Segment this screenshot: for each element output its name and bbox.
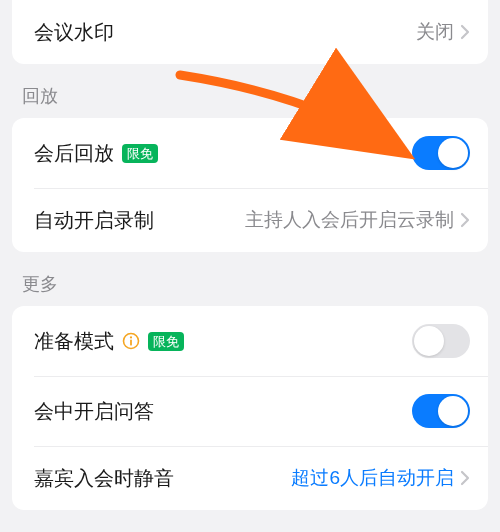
row-qa-right xyxy=(412,394,470,428)
row-auto-record-right: 主持人入会后开启云录制 xyxy=(245,207,470,233)
row-after-meeting-right xyxy=(412,136,470,170)
section-header-playback: 回放 xyxy=(0,64,500,118)
info-icon[interactable] xyxy=(122,332,140,350)
label-after-meeting-playback: 会后回放 xyxy=(34,140,114,167)
svg-rect-2 xyxy=(130,340,132,346)
toggle-prep-mode[interactable] xyxy=(412,324,470,358)
row-auto-record-left: 自动开启录制 xyxy=(34,207,154,234)
label-prep-mode: 准备模式 xyxy=(34,328,114,355)
row-watermark-right: 关闭 xyxy=(416,19,470,45)
row-prep-mode-right xyxy=(412,324,470,358)
row-after-meeting-left: 会后回放 限免 xyxy=(34,140,158,167)
value-auto-record: 主持人入会后开启云录制 xyxy=(245,207,454,233)
row-prep-mode: 准备模式 限免 xyxy=(12,306,488,376)
toggle-qa[interactable] xyxy=(412,394,470,428)
value-watermark: 关闭 xyxy=(416,19,454,45)
row-guest-mute-left: 嘉宾入会时静音 xyxy=(34,465,174,492)
label-qa: 会中开启问答 xyxy=(34,398,154,425)
chevron-right-icon xyxy=(460,470,470,486)
value-guest-mute: 超过6人后自动开启 xyxy=(291,465,454,491)
badge-free-limited: 限免 xyxy=(122,144,158,163)
row-guest-mute[interactable]: 嘉宾入会时静音 超过6人后自动开启 xyxy=(12,446,488,510)
svg-point-1 xyxy=(130,336,132,338)
group-general: 会议水印 关闭 xyxy=(12,0,488,64)
group-more: 准备模式 限免 会中开启问答 嘉宾入会时静音 超过6人后自动开启 xyxy=(12,306,488,510)
row-after-meeting-playback: 会后回放 限免 xyxy=(12,118,488,188)
group-playback: 会后回放 限免 自动开启录制 主持人入会后开启云录制 xyxy=(12,118,488,252)
row-qa: 会中开启问答 xyxy=(12,376,488,446)
chevron-right-icon xyxy=(460,24,470,40)
badge-free-limited: 限免 xyxy=(148,332,184,351)
chevron-right-icon xyxy=(460,212,470,228)
row-auto-record[interactable]: 自动开启录制 主持人入会后开启云录制 xyxy=(12,188,488,252)
label-watermark: 会议水印 xyxy=(34,19,114,46)
section-header-more: 更多 xyxy=(0,252,500,306)
row-guest-mute-right: 超过6人后自动开启 xyxy=(291,465,470,491)
label-auto-record: 自动开启录制 xyxy=(34,207,154,234)
row-watermark-left: 会议水印 xyxy=(34,19,114,46)
label-guest-mute: 嘉宾入会时静音 xyxy=(34,465,174,492)
row-qa-left: 会中开启问答 xyxy=(34,398,154,425)
row-prep-mode-left: 准备模式 限免 xyxy=(34,328,184,355)
toggle-after-meeting-playback[interactable] xyxy=(412,136,470,170)
row-watermark[interactable]: 会议水印 关闭 xyxy=(12,0,488,64)
